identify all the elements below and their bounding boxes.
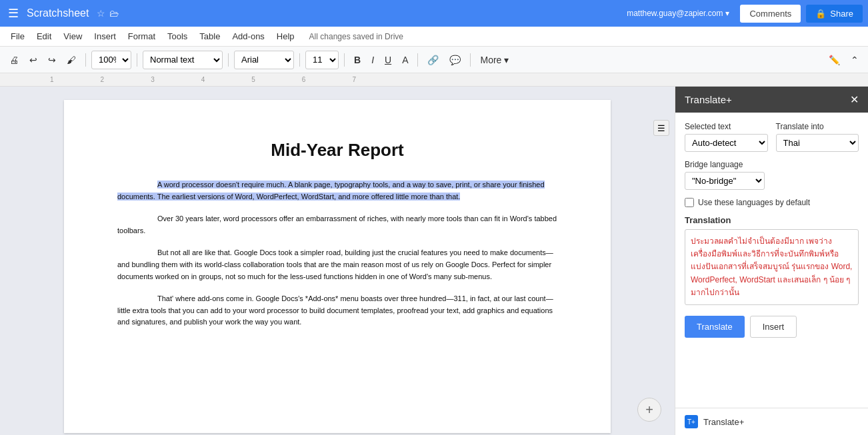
menu-view[interactable]: View xyxy=(58,29,87,44)
print-icon[interactable]: 🖨 xyxy=(5,52,23,68)
pen-icon[interactable]: ✏️ xyxy=(825,52,844,68)
panel-header: Translate+ ✕ xyxy=(675,87,868,113)
comment-button[interactable]: 💬 xyxy=(445,52,465,68)
menu-format[interactable]: Format xyxy=(123,29,161,44)
document-heading: Mid-Year Report xyxy=(117,140,557,161)
sidebar-scroll-icon[interactable]: ☰ xyxy=(653,120,669,136)
lock-icon: 🔒 xyxy=(815,9,826,19)
toolbar: 🖨 ↩ ↪ 🖌 100% Normal text Arial 11 B I U … xyxy=(0,47,868,73)
comments-button[interactable]: Comments xyxy=(740,5,801,23)
panel-title: Translate+ xyxy=(685,94,732,105)
bridge-language-label: Bridge language xyxy=(685,160,859,169)
link-button[interactable]: 🔗 xyxy=(423,52,443,68)
target-language-col: Translate into Thai English French Spani… xyxy=(776,122,859,152)
user-info: matthew.guay@zapier.com ▾ xyxy=(627,9,729,18)
menu-table[interactable]: Table xyxy=(194,29,225,44)
menu-addons[interactable]: Add-ons xyxy=(227,29,269,44)
translation-output: ประมวลผลคำไม่จำเป็นต้องมีมาก เพจว่างเครื… xyxy=(685,229,859,305)
separator-1 xyxy=(85,53,86,67)
separator-4 xyxy=(299,53,300,67)
menu-help[interactable]: Help xyxy=(271,29,300,44)
addon-icon: T+ xyxy=(685,415,698,428)
top-bar: ☰ Scratchsheet ☆ 🗁 matthew.guay@zapier.c… xyxy=(0,0,868,27)
document-page: Mid-Year Report A word processor doesn't… xyxy=(64,100,611,433)
close-icon[interactable]: ✕ xyxy=(850,93,859,106)
addon-name: Translate+ xyxy=(703,417,744,427)
translate-panel: Translate+ ✕ Selected text Auto-detect E… xyxy=(675,87,868,435)
main-area: Mid-Year Report A word processor doesn't… xyxy=(0,87,868,435)
star-icon[interactable]: ☆ xyxy=(97,8,105,19)
collapse-icon[interactable]: ⌃ xyxy=(847,52,863,68)
separator-7 xyxy=(470,53,471,67)
dropdown-icon: ▾ xyxy=(725,9,729,18)
menu-insert[interactable]: Insert xyxy=(89,29,121,44)
style-select[interactable]: Normal text xyxy=(143,51,223,69)
hamburger-icon[interactable]: ☰ xyxy=(5,3,21,23)
menu-bar: File Edit View Insert Format Tools Table… xyxy=(0,27,868,47)
selected-text-label: Selected text xyxy=(685,122,768,131)
document-area: Mid-Year Report A word processor doesn't… xyxy=(0,87,675,435)
font-select[interactable]: Arial xyxy=(234,51,294,69)
menu-file[interactable]: File xyxy=(5,29,30,44)
ruler: 1 2 3 4 5 6 7 xyxy=(0,73,868,87)
bold-button[interactable]: B xyxy=(350,52,365,68)
highlighted-text: A word processor doesn't require much. A… xyxy=(117,181,545,201)
menu-tools[interactable]: Tools xyxy=(162,29,193,44)
save-status: All changes saved in Drive xyxy=(309,32,403,41)
source-language-select[interactable]: Auto-detect English French Spanish xyxy=(685,134,768,152)
bridge-section: Bridge language "No-bridge" English xyxy=(685,160,859,190)
default-languages-label: Use these languages by default xyxy=(698,198,810,207)
panel-body: Selected text Auto-detect English French… xyxy=(675,113,868,408)
translation-label: Translation xyxy=(685,215,859,225)
translation-section: Translation ประมวลผลคำไม่จำเป็นต้องมีมาก… xyxy=(685,215,859,305)
bridge-language-select[interactable]: "No-bridge" English xyxy=(685,172,765,190)
share-button[interactable]: 🔒 Share xyxy=(806,5,863,23)
menu-edit[interactable]: Edit xyxy=(31,29,57,44)
paint-format-icon[interactable]: 🖌 xyxy=(63,52,80,68)
target-language-select[interactable]: Thai English French Spanish xyxy=(776,134,859,152)
default-languages-row: Use these languages by default xyxy=(685,198,859,207)
translate-button[interactable]: Translate xyxy=(685,316,745,338)
panel-footer: T+ Translate+ xyxy=(675,408,868,435)
source-language-col: Selected text Auto-detect English French… xyxy=(685,122,768,152)
undo-icon[interactable]: ↩ xyxy=(25,52,41,68)
redo-icon[interactable]: ↪ xyxy=(44,52,60,68)
italic-button[interactable]: I xyxy=(367,52,378,68)
folder-icon[interactable]: 🗁 xyxy=(109,8,119,19)
add-button[interactable]: + xyxy=(637,398,661,422)
font-size-select[interactable]: 11 xyxy=(305,51,339,69)
font-color-button[interactable]: A xyxy=(398,52,412,68)
document-title: Scratchsheet xyxy=(27,7,89,19)
language-row: Selected text Auto-detect English French… xyxy=(685,122,859,152)
zoom-select[interactable]: 100% xyxy=(91,51,131,69)
paragraph-3: But not all are like that. Google Docs t… xyxy=(117,247,557,282)
default-languages-checkbox[interactable] xyxy=(685,198,694,207)
separator-5 xyxy=(344,53,345,67)
panel-actions: Translate Insert xyxy=(685,316,859,338)
separator-2 xyxy=(137,53,137,67)
paragraph-1: A word processor doesn't require much. A… xyxy=(117,179,557,203)
paragraph-2: Over 30 years later, word processors off… xyxy=(117,213,557,236)
paragraph-4: That' where add-ons come in. Google Docs… xyxy=(117,293,557,328)
more-button[interactable]: More ▾ xyxy=(476,52,513,68)
separator-3 xyxy=(228,53,229,67)
insert-button[interactable]: Insert xyxy=(750,316,797,338)
translate-into-label: Translate into xyxy=(776,122,859,131)
separator-6 xyxy=(417,53,418,67)
underline-button[interactable]: U xyxy=(381,52,395,68)
user-email: matthew.guay@zapier.com xyxy=(627,9,723,18)
